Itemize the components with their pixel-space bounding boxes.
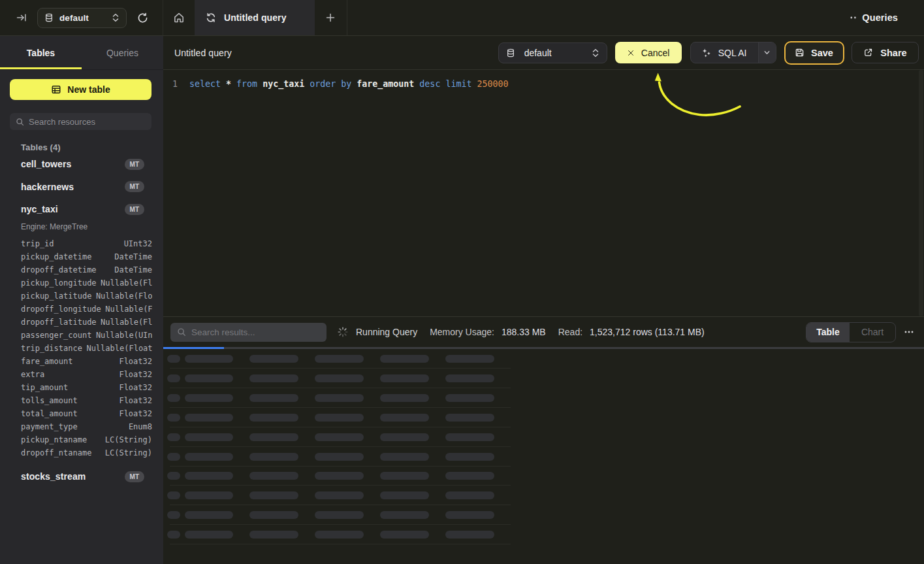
refresh-resources-button[interactable] [132, 7, 153, 28]
table-name: cell_towers [21, 159, 125, 169]
code-line: 1 select * from nyc_taxi order by fare_a… [163, 70, 924, 90]
skeleton-cell [315, 414, 364, 422]
skeleton-cell [380, 531, 429, 539]
skeleton-row [163, 369, 924, 388]
resource-list: cell_towersMThackernewsMTnyc_taxiMTEngin… [0, 153, 163, 488]
skeleton-cell [185, 491, 234, 499]
save-query-button[interactable]: Save [784, 41, 844, 65]
table-item-nyc_taxi[interactable]: nyc_taxiMT [0, 198, 163, 221]
new-table-button[interactable]: New table [10, 79, 151, 100]
skeleton-cell [315, 472, 364, 480]
queries-nav-button[interactable]: Queries [850, 12, 898, 23]
database-selector[interactable]: default [37, 8, 127, 28]
sql-ai-label: SQL AI [718, 48, 747, 58]
column-row-pickup_latitude: pickup_latitudeNullable(Flo [0, 290, 163, 303]
skeleton-cell [249, 374, 298, 382]
column-type: Float32 [68, 383, 152, 392]
results-more-button[interactable] [903, 326, 915, 338]
view-toggle-chart[interactable]: Chart [850, 323, 895, 342]
table-engine-badge: MT [125, 159, 144, 170]
query-database-selector[interactable]: default [498, 42, 607, 63]
column-type: Float32 [78, 409, 152, 418]
skeleton-cell [249, 433, 298, 441]
query-database-selector-value: default [524, 48, 592, 58]
skeleton-cell [249, 414, 298, 422]
skeleton-cell [315, 531, 364, 539]
top-bar: default [0, 0, 924, 36]
skeleton-cell [249, 453, 298, 461]
sql-ai-main[interactable]: SQL AI [691, 42, 758, 63]
skeleton-cell [315, 511, 364, 519]
skeleton-cell [380, 374, 429, 382]
skeleton-cell [380, 453, 429, 461]
skeleton-cell [249, 511, 298, 519]
column-row-pickup_datetime: pickup_datetimeDateTime [0, 250, 163, 263]
skeleton-cell [249, 472, 298, 480]
search-resources-input[interactable] [29, 117, 146, 127]
results-view-toggle: Table Chart [806, 322, 896, 342]
collapse-sidebar-icon [16, 12, 27, 23]
column-name: total_amount [21, 409, 78, 418]
skeleton-cell [185, 355, 234, 363]
top-bar-right: Queries [850, 0, 924, 35]
skeleton-cell [167, 491, 180, 499]
skeleton-cell [445, 491, 494, 499]
column-name: dropoff_datetime [21, 265, 97, 274]
search-icon [177, 327, 186, 337]
column-type: DateTime [91, 252, 152, 261]
columns-list: trip_idUInt32pickup_datetimeDateTimedrop… [0, 237, 163, 459]
collapse-sidebar-button[interactable] [10, 7, 33, 29]
table-item-hackernews[interactable]: hackernewsMT [0, 176, 163, 199]
sidebar-tab-queries[interactable]: Queries [82, 36, 163, 69]
sql-code: select * from nyc_taxi order by fare_amo… [189, 79, 509, 90]
column-name: payment_type [21, 422, 78, 431]
query-running-sync-icon [206, 12, 216, 23]
skeleton-cell [380, 491, 429, 499]
chevron-down-icon [763, 49, 771, 56]
skeleton-row [163, 388, 924, 408]
table-item-stocks_stream[interactable]: stocks_streamMT [0, 465, 163, 488]
query-toolbar: Untitled query default [163, 36, 924, 70]
skeleton-cell [249, 394, 298, 402]
skeleton-cell [315, 491, 364, 499]
table-item-cell_towers[interactable]: cell_towersMT [0, 153, 163, 176]
refresh-icon [137, 12, 148, 24]
column-type: Float32 [78, 396, 152, 405]
home-tab[interactable] [163, 0, 195, 35]
read-label: Read: [558, 327, 582, 337]
editor-scrollbar[interactable] [919, 70, 923, 316]
database-icon [44, 13, 54, 22]
sidebar-tab-tables[interactable]: Tables [0, 36, 82, 69]
skeleton-cell [380, 355, 429, 363]
skeleton-cell [315, 394, 364, 402]
table-name: nyc_taxi [21, 204, 125, 214]
search-icon [16, 118, 24, 126]
results-toolbar: Running Query Memory Usage: 188.33 MB Re… [163, 317, 924, 347]
sql-ai-button: SQL AI [690, 42, 776, 63]
search-results-input[interactable] [191, 327, 320, 337]
chevrons-up-down-icon [112, 13, 119, 22]
view-toggle-table[interactable]: Table [806, 323, 850, 342]
home-icon [173, 12, 185, 24]
column-name: extra [21, 370, 44, 379]
sql-editor[interactable]: 1 select * from nyc_taxi order by fare_a… [163, 70, 924, 317]
new-tab-button[interactable] [315, 0, 346, 35]
new-table-label: New table [67, 84, 110, 95]
skeleton-row [163, 349, 924, 369]
skeleton-cell [380, 472, 429, 480]
skeleton-row [163, 427, 924, 447]
column-type: Nullable(Fl [97, 278, 152, 288]
skeleton-row [163, 447, 924, 467]
tab-untitled-query[interactable]: Untitled query [195, 0, 315, 35]
column-row-payment_type: payment_typeEnum8 [0, 420, 163, 433]
table-engine-row: Engine: MergeTree [0, 221, 163, 231]
sidebar-search [10, 113, 151, 130]
cancel-query-button[interactable]: Cancel [615, 42, 682, 63]
sql-ai-dropdown-button[interactable] [758, 42, 776, 63]
column-type: Nullable(UIn [91, 331, 152, 340]
sidebar-active-tab-underline [0, 67, 82, 69]
skeleton-row [163, 486, 924, 505]
save-label: Save [811, 48, 833, 58]
share-query-button[interactable]: Share [852, 42, 919, 63]
save-floppy-icon [795, 48, 805, 58]
